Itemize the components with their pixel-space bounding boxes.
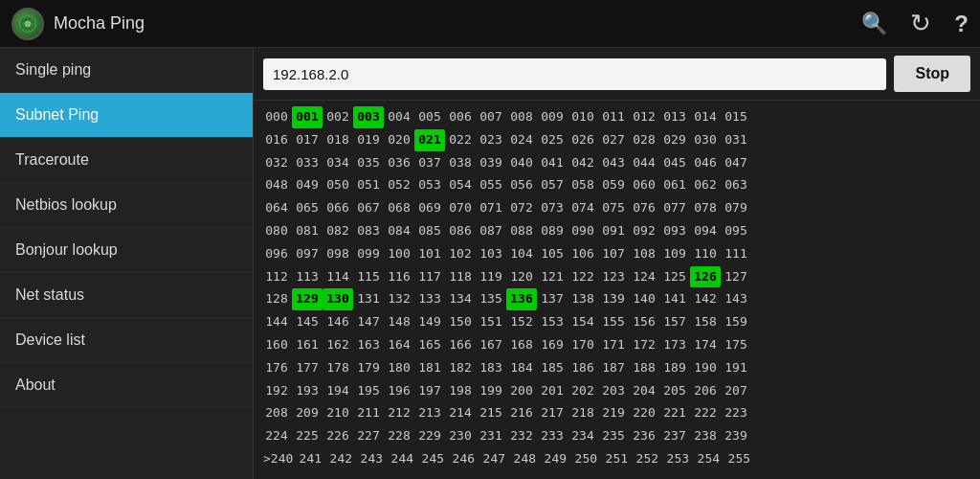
- ping-area: 0000010020030040050060070080090100110120…: [254, 101, 980, 479]
- ping-row: 0320330340350360370380390400410420430440…: [261, 152, 972, 174]
- ping-cell: 128: [261, 288, 292, 310]
- ping-cell: 170: [568, 334, 598, 356]
- ping-cell: 214: [445, 402, 476, 424]
- ping-cell: 150: [445, 311, 476, 333]
- ping-cell: 023: [476, 129, 506, 151]
- ping-cell: 001: [292, 106, 323, 128]
- stop-button[interactable]: Stop: [894, 56, 970, 92]
- ping-cell: 109: [659, 243, 690, 265]
- ping-cell: 213: [414, 402, 445, 424]
- ping-cell: 228: [384, 425, 414, 447]
- ping-cell: 181: [414, 357, 445, 379]
- sidebar-item-net-status[interactable]: Net status: [0, 273, 253, 318]
- ping-cell: 219: [598, 402, 629, 424]
- ping-cell: 082: [323, 220, 353, 242]
- ping-cell: 012: [629, 106, 659, 128]
- ping-cell: 123: [598, 266, 629, 288]
- ping-cell: 172: [629, 334, 659, 356]
- ping-cell: 106: [568, 243, 598, 265]
- ip-input[interactable]: [263, 58, 886, 90]
- ping-cell: 074: [568, 197, 598, 219]
- ping-cell: 041: [537, 152, 568, 174]
- ping-cell: 037: [414, 152, 445, 174]
- ping-cell: 078: [690, 197, 721, 219]
- ping-cell: 081: [292, 220, 323, 242]
- ping-cell: 021: [414, 129, 445, 151]
- ping-cell: 044: [629, 152, 659, 174]
- ping-cell: 152: [506, 311, 537, 333]
- ping-cell: 244: [387, 448, 417, 470]
- ping-cell: 067: [353, 197, 384, 219]
- ping-cell: 077: [659, 197, 690, 219]
- ping-cell: 036: [384, 152, 414, 174]
- app-logo: [11, 8, 44, 40]
- sidebar-item-netbios-lookup[interactable]: Netbios lookup: [0, 183, 253, 228]
- ping-row: 0480490500510520530540550560570580590600…: [261, 174, 972, 196]
- ping-cell: 178: [323, 357, 353, 379]
- help-icon[interactable]: ?: [954, 11, 969, 37]
- ping-cell: 223: [721, 402, 751, 424]
- ping-cell: 033: [292, 152, 323, 174]
- sidebar-item-bonjour-lookup[interactable]: Bonjour lookup: [0, 228, 253, 273]
- ping-cell: 222: [690, 402, 721, 424]
- ping-cell: 017: [292, 129, 323, 151]
- ping-cell: 206: [690, 380, 721, 402]
- ping-cell: 135: [476, 288, 506, 310]
- ping-cell: 198: [445, 380, 476, 402]
- ping-cell: 126: [690, 266, 721, 288]
- top-bar: Stop: [254, 48, 980, 101]
- sidebar-item-subnet-ping[interactable]: Subnet Ping: [0, 93, 253, 138]
- ping-cell: 122: [568, 266, 598, 288]
- sidebar-item-device-list[interactable]: Device list: [0, 318, 253, 363]
- ping-cell: 204: [629, 380, 659, 402]
- header-icons: 🔍 ↻ ?: [861, 9, 969, 38]
- ping-cell: 225: [292, 425, 323, 447]
- ping-cell: 211: [353, 402, 384, 424]
- ping-cell: 061: [659, 174, 690, 196]
- ping-cell: 005: [414, 106, 445, 128]
- ping-cell: 163: [353, 334, 384, 356]
- ping-cell: 155: [598, 311, 629, 333]
- ping-cell: 087: [476, 220, 506, 242]
- ping-cell: 120: [506, 266, 537, 288]
- ping-cell: 086: [445, 220, 476, 242]
- ping-row: 1441451461471481491501511521531541551561…: [261, 311, 972, 333]
- ping-cell: 035: [353, 152, 384, 174]
- ping-cell: 200: [506, 380, 537, 402]
- ping-cell: 232: [506, 425, 537, 447]
- refresh-icon[interactable]: ↻: [910, 9, 931, 38]
- ping-cell: 195: [353, 380, 384, 402]
- ping-cell: 047: [721, 152, 751, 174]
- ping-cell: 188: [629, 357, 659, 379]
- ping-cell: 183: [476, 357, 506, 379]
- ping-cell: 238: [690, 425, 721, 447]
- ping-cell: 243: [356, 448, 387, 470]
- ping-cell: 102: [445, 243, 476, 265]
- ping-cell: 104: [506, 243, 537, 265]
- ping-cell: 177: [292, 357, 323, 379]
- ping-cell: 068: [384, 197, 414, 219]
- ping-cell: 121: [537, 266, 568, 288]
- ping-cell: 193: [292, 380, 323, 402]
- ping-cell: 137: [537, 288, 568, 310]
- ping-cell: 118: [445, 266, 476, 288]
- ping-cell: 138: [568, 288, 598, 310]
- ping-cell: 119: [476, 266, 506, 288]
- ping-cell: 187: [598, 357, 629, 379]
- ping-cell: 053: [414, 174, 445, 196]
- ping-cell: 132: [384, 288, 414, 310]
- sidebar-item-about[interactable]: About: [0, 363, 253, 408]
- ping-cell: >240: [261, 448, 295, 470]
- ping-cell: 142: [690, 288, 721, 310]
- search-icon[interactable]: 🔍: [861, 11, 887, 36]
- ping-cell: 156: [629, 311, 659, 333]
- ping-cell: 140: [629, 288, 659, 310]
- sidebar-item-single-ping[interactable]: Single ping: [0, 48, 253, 93]
- sidebar-item-traceroute[interactable]: Traceroute: [0, 138, 253, 183]
- ping-cell: 019: [353, 129, 384, 151]
- ping-cell: 202: [568, 380, 598, 402]
- ping-cell: 116: [384, 266, 414, 288]
- ping-cell: 010: [568, 106, 598, 128]
- ping-row: 0160170180190200210220230240250260270280…: [261, 129, 972, 151]
- ping-cell: 031: [721, 129, 751, 151]
